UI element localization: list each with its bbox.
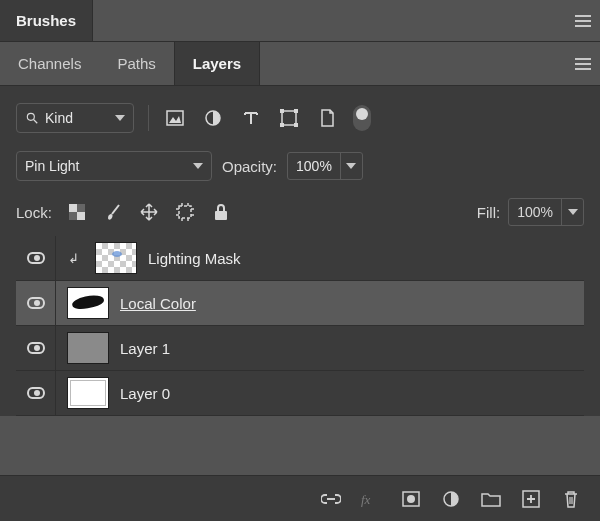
tab-layers[interactable]: Layers <box>174 42 260 85</box>
tabs-spacer <box>260 42 566 85</box>
panel-tabs: Channels Paths Layers <box>0 42 600 86</box>
hamburger-icon <box>575 63 591 65</box>
layer-thumbnail[interactable] <box>66 376 110 410</box>
adjustment-icon <box>204 109 222 127</box>
fill-dropdown-button[interactable] <box>561 199 583 225</box>
layer-thumbnail[interactable] <box>66 331 110 365</box>
filter-pixel-layers-button[interactable] <box>163 106 187 130</box>
new-group-button[interactable] <box>480 488 502 510</box>
layer-effects-button[interactable]: fx <box>360 488 382 510</box>
move-icon <box>140 203 158 221</box>
layer-name-label[interactable]: Layer 0 <box>120 385 170 402</box>
filter-kind-dropdown[interactable]: Kind <box>16 103 134 133</box>
brush-icon <box>105 203 121 221</box>
layer-row[interactable]: ↳ Lighting Mask <box>16 236 584 281</box>
svg-point-18 <box>407 495 415 503</box>
fx-icon: fx <box>361 491 381 507</box>
lock-fill-row: Lock: <box>16 192 584 232</box>
lock-pixels-button[interactable] <box>102 200 124 224</box>
layer-name-label[interactable]: Layer 1 <box>120 340 170 357</box>
tab-channels[interactable]: Channels <box>0 42 99 85</box>
layer-row[interactable]: Local Color <box>16 281 584 326</box>
chevron-down-icon <box>115 115 125 121</box>
svg-rect-13 <box>69 212 77 220</box>
artboard-lock-icon <box>176 203 194 221</box>
fill-input[interactable]: 100% <box>508 198 584 226</box>
svg-rect-15 <box>215 211 227 220</box>
image-icon <box>166 110 184 126</box>
mask-icon <box>402 491 420 507</box>
svg-rect-5 <box>282 111 296 125</box>
layer-thumbnail[interactable] <box>66 286 110 320</box>
svg-rect-14 <box>179 206 191 218</box>
brushes-panel-header: Brushes <box>0 0 600 42</box>
new-layer-button[interactable] <box>520 488 542 510</box>
layer-visibility-toggle[interactable] <box>16 371 56 415</box>
layer-visibility-toggle[interactable] <box>16 236 56 280</box>
trash-icon <box>563 490 579 508</box>
eye-icon <box>27 342 45 354</box>
blend-mode-value: Pin Light <box>25 158 79 174</box>
layer-filter-row: Kind <box>16 98 584 138</box>
filter-kind-label: Kind <box>45 110 73 126</box>
opacity-input[interactable]: 100% <box>287 152 363 180</box>
layers-panel-body: Kind <box>0 86 600 416</box>
link-layers-button[interactable] <box>320 488 342 510</box>
svg-rect-11 <box>77 212 85 220</box>
hamburger-icon <box>575 20 591 22</box>
svg-rect-7 <box>294 109 298 113</box>
transparency-lock-icon <box>69 204 85 220</box>
svg-rect-12 <box>77 204 85 212</box>
layer-name-label[interactable]: Lighting Mask <box>148 250 241 267</box>
fill-label: Fill: <box>477 204 500 221</box>
lock-artboard-button[interactable] <box>174 200 196 224</box>
svg-marker-3 <box>169 116 181 123</box>
filter-shape-layers-button[interactable] <box>277 106 301 130</box>
chevron-down-icon <box>568 209 578 215</box>
folder-icon <box>481 491 501 507</box>
layer-visibility-toggle[interactable] <box>16 281 56 325</box>
filter-toggle-switch[interactable] <box>353 105 371 131</box>
layer-thumbnail[interactable] <box>94 241 138 275</box>
layer-row[interactable]: Layer 1 <box>16 326 584 371</box>
svg-rect-6 <box>280 109 284 113</box>
shape-icon <box>280 109 298 127</box>
layers-panel-menu-button[interactable] <box>566 42 600 85</box>
tab-brushes[interactable]: Brushes <box>0 0 93 41</box>
link-icon <box>321 493 341 505</box>
filter-adjustment-layers-button[interactable] <box>201 106 225 130</box>
new-layer-icon <box>522 490 540 508</box>
new-adjustment-layer-button[interactable] <box>440 488 462 510</box>
lock-transparency-button[interactable] <box>66 200 88 224</box>
lock-icon <box>214 203 228 221</box>
tab-paths-label: Paths <box>117 55 155 72</box>
blend-mode-dropdown[interactable]: Pin Light <box>16 151 212 181</box>
brushes-panel-menu-button[interactable] <box>566 0 600 41</box>
chevron-down-icon <box>193 163 203 169</box>
delete-layer-button[interactable] <box>560 488 582 510</box>
type-icon <box>243 110 259 126</box>
blend-opacity-row: Pin Light Opacity: 100% <box>16 144 584 188</box>
filter-smart-objects-button[interactable] <box>315 106 339 130</box>
svg-rect-10 <box>69 204 77 212</box>
tab-brushes-label: Brushes <box>16 12 76 29</box>
layer-name-label[interactable]: Local Color <box>120 295 196 312</box>
layer-visibility-toggle[interactable] <box>16 326 56 370</box>
lock-position-button[interactable] <box>138 200 160 224</box>
tab-paths[interactable]: Paths <box>99 42 173 85</box>
filter-type-layers-button[interactable] <box>239 106 263 130</box>
filter-separator <box>148 105 149 131</box>
add-mask-button[interactable] <box>400 488 422 510</box>
lock-all-button[interactable] <box>210 200 232 224</box>
search-icon <box>25 111 39 125</box>
svg-rect-9 <box>294 123 298 127</box>
fill-group: Fill: 100% <box>477 198 584 226</box>
opacity-label: Opacity: <box>222 158 277 175</box>
opacity-dropdown-button[interactable] <box>340 153 362 179</box>
smartobject-icon <box>319 109 335 127</box>
tab-channels-label: Channels <box>18 55 81 72</box>
lock-label: Lock: <box>16 204 52 221</box>
layer-row[interactable]: Layer 0 <box>16 371 584 416</box>
eye-icon <box>27 387 45 399</box>
panel-header-spacer <box>93 0 566 41</box>
